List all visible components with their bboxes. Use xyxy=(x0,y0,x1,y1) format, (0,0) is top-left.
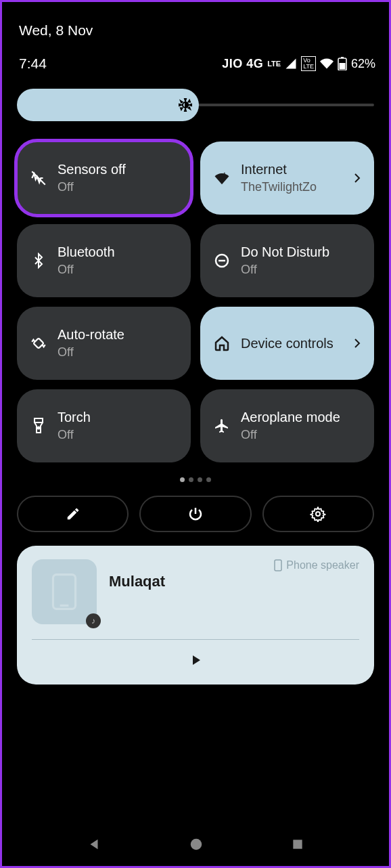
tile-sub: TheTwilightZo xyxy=(241,180,344,194)
media-output-label: Phone speaker xyxy=(286,559,359,571)
tile-sub: Off xyxy=(58,180,177,194)
tile-sub: Off xyxy=(58,428,177,442)
power-icon xyxy=(187,506,204,522)
pencil-icon xyxy=(66,506,80,521)
media-artwork: ♪ xyxy=(32,559,97,624)
tile-internet[interactable]: Internet TheTwilightZo xyxy=(200,142,374,215)
status-network: JIO 4G xyxy=(222,57,263,71)
signal-icon xyxy=(285,58,297,70)
battery-icon xyxy=(338,57,347,70)
tile-title: Sensors off xyxy=(58,162,177,177)
tile-sub: Off xyxy=(241,263,361,277)
svg-rect-11 xyxy=(53,575,75,609)
tile-title: Do Not Disturb xyxy=(241,244,361,260)
edit-button[interactable] xyxy=(17,496,129,532)
tile-aeroplane-mode[interactable]: Aeroplane mode Off xyxy=(200,389,374,462)
svg-line-4 xyxy=(32,171,45,185)
nav-recents-button[interactable] xyxy=(291,838,304,851)
bluetooth-icon xyxy=(29,251,48,270)
svg-rect-8 xyxy=(34,418,43,422)
wifi-status-icon xyxy=(320,57,334,70)
media-player-card[interactable]: ♪ Mulaqat Phone speaker xyxy=(17,546,374,685)
tile-bluetooth[interactable]: Bluetooth Off xyxy=(17,224,191,297)
svg-rect-7 xyxy=(33,338,43,348)
gear-icon xyxy=(310,506,326,522)
volte-icon: VoLTE xyxy=(301,56,316,71)
page-indicator xyxy=(2,465,389,492)
svg-point-10 xyxy=(316,512,320,516)
svg-rect-2 xyxy=(339,63,345,70)
brightness-icon xyxy=(177,97,193,113)
battery-percent: 62% xyxy=(351,57,375,71)
airplane-icon xyxy=(212,416,231,435)
status-right: JIO 4G LTE VoLTE 62% xyxy=(222,56,375,71)
chevron-right-icon xyxy=(354,338,361,349)
tile-sensors-off[interactable]: Sensors off Off xyxy=(17,142,191,215)
music-app-badge: ♪ xyxy=(86,613,101,628)
brightness-slider-row xyxy=(2,82,389,135)
phone-speaker-icon xyxy=(274,559,282,571)
chevron-right-icon xyxy=(354,173,361,183)
brightness-slider[interactable] xyxy=(17,89,374,121)
settings-button[interactable] xyxy=(262,496,374,532)
media-controls xyxy=(32,648,359,670)
dnd-icon xyxy=(212,251,231,270)
svg-rect-13 xyxy=(275,560,281,571)
tile-auto-rotate[interactable]: Auto-rotate Off xyxy=(17,307,191,380)
status-lte-icon: LTE xyxy=(267,60,281,68)
tile-sub: Off xyxy=(58,345,177,360)
nav-home-button[interactable] xyxy=(189,837,204,852)
svg-rect-1 xyxy=(341,57,344,58)
tile-title: Internet xyxy=(241,162,344,177)
power-button[interactable] xyxy=(139,496,251,532)
nav-back-button[interactable] xyxy=(87,837,101,852)
tile-title: Bluetooth xyxy=(58,244,177,260)
sensors-off-icon xyxy=(29,169,48,188)
status-time: 7:44 xyxy=(19,56,47,72)
tile-dnd[interactable]: Do Not Disturb Off xyxy=(200,224,374,297)
tile-title: Device controls xyxy=(241,336,344,351)
home-icon xyxy=(212,334,231,353)
tile-title: Auto-rotate xyxy=(58,327,177,343)
navigation-bar xyxy=(2,823,389,866)
media-output[interactable]: Phone speaker xyxy=(274,559,359,571)
torch-icon xyxy=(29,416,48,435)
svg-point-9 xyxy=(38,427,40,429)
rotate-icon xyxy=(29,334,48,353)
tile-device-controls[interactable]: Device controls xyxy=(200,307,374,380)
tile-title: Aeroplane mode xyxy=(241,410,361,425)
date: Wed, 8 Nov xyxy=(2,2,389,45)
play-button[interactable] xyxy=(187,652,204,668)
tile-sub: Off xyxy=(58,263,177,277)
wifi-icon xyxy=(212,169,231,188)
tile-title: Torch xyxy=(58,410,177,425)
quick-settings-tiles: Sensors off Off Internet TheTwilightZo B… xyxy=(2,135,389,465)
svg-rect-15 xyxy=(294,840,302,848)
media-title: Mulaqat xyxy=(109,573,165,590)
tile-sub: Off xyxy=(241,428,361,442)
action-buttons-row xyxy=(2,492,389,546)
tile-torch[interactable]: Torch Off xyxy=(17,389,191,462)
svg-point-14 xyxy=(191,839,202,850)
media-divider xyxy=(32,639,359,640)
status-bar: 7:44 JIO 4G LTE VoLTE 62% xyxy=(2,45,389,82)
